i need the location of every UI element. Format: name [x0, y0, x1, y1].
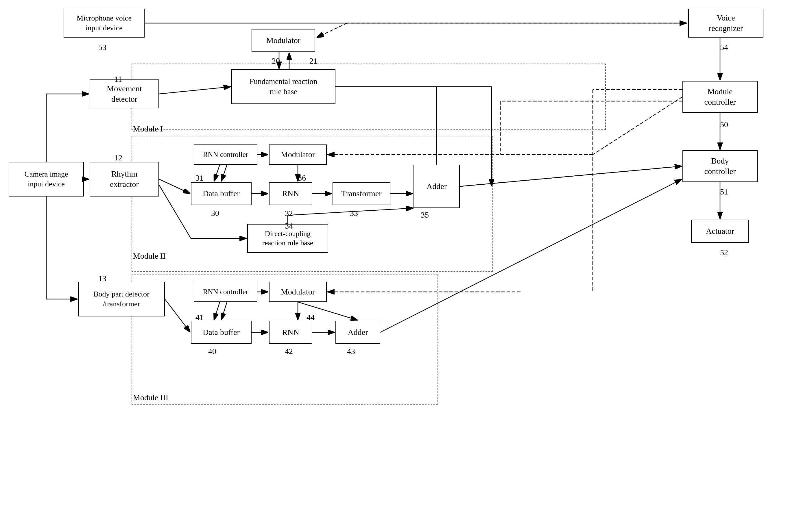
label-36: 36: [298, 173, 306, 183]
label-33: 33: [350, 209, 358, 218]
label-42: 42: [285, 347, 293, 356]
module-1-box: [131, 63, 606, 130]
label-35: 35: [421, 210, 429, 220]
label-51: 51: [720, 187, 728, 196]
label-13: 13: [98, 274, 106, 283]
rnn-m3-block: RNN: [269, 321, 312, 344]
adder-m3-block: Adder: [335, 321, 380, 344]
movement-detector-block: Movementdetector: [90, 79, 159, 108]
label-43: 43: [347, 347, 355, 356]
rhythm-extractor-block: Rhythmextractor: [90, 162, 159, 196]
label-34: 34: [285, 221, 293, 231]
module-1-label: Module I: [133, 124, 163, 133]
label-11: 11: [114, 75, 122, 84]
data-buffer-m3-block: Data buffer: [191, 321, 252, 344]
label-41: 41: [196, 313, 204, 322]
body-controller-block: Bodycontroller: [682, 150, 758, 182]
actuator-block: Actuator: [691, 220, 749, 243]
label-12: 12: [114, 153, 122, 163]
body-part-detector-block: Body part detector/transformer: [78, 282, 165, 317]
rnn-controller-m3-block: RNN controller: [194, 282, 257, 302]
rnn-controller-m2-block: RNN controller: [194, 145, 257, 165]
transformer-m2-block: Transformer: [332, 182, 390, 205]
camera-block: Camera imageinput device: [9, 162, 84, 196]
data-buffer-m2-block: Data buffer: [191, 182, 252, 205]
module-3-label: Module III: [133, 393, 168, 402]
label-40: 40: [208, 347, 216, 356]
rnn-m2-block: RNN: [269, 182, 312, 205]
svg-line-33: [593, 97, 682, 155]
svg-line-31: [460, 166, 682, 186]
label-31: 31: [196, 173, 204, 183]
modulator-m2-block: Modulator: [269, 145, 327, 165]
label-21: 21: [309, 56, 317, 65]
diagram: Module I Module II Module III Microphone…: [0, 0, 801, 532]
adder-m2-block: Adder: [414, 165, 460, 208]
label-30: 30: [211, 209, 219, 218]
microphone-block: Microphone voiceinput device: [63, 9, 145, 38]
label-50: 50: [720, 120, 728, 129]
module-2-label: Module II: [133, 251, 166, 261]
modulator-top-block: Modulator: [252, 29, 315, 52]
module-controller-block: Modulecontroller: [682, 81, 758, 113]
svg-line-46: [460, 166, 682, 186]
svg-line-15: [317, 23, 347, 38]
label-52: 52: [720, 248, 728, 257]
label-44: 44: [307, 313, 315, 322]
label-53: 53: [98, 43, 106, 52]
voice-recognizer-block: Voicerecognizer: [688, 9, 763, 38]
modulator-m3-block: Modulator: [269, 282, 327, 302]
label-32: 32: [285, 209, 293, 218]
label-54: 54: [720, 43, 728, 52]
label-20: 20: [272, 56, 280, 65]
fundamental-reaction-block: Fundamental reactionrule base: [231, 69, 335, 104]
